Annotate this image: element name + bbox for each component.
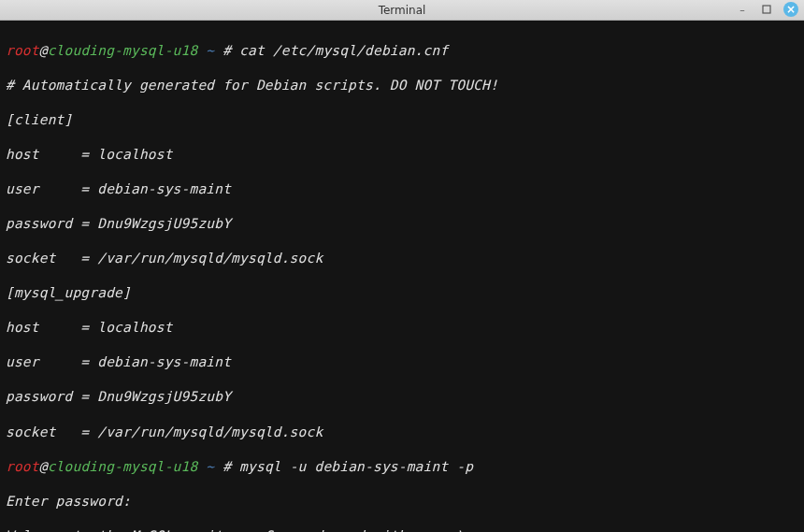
window-title: Terminal — [379, 4, 426, 17]
output-line: socket = /var/run/mysqld/mysqld.sock — [6, 424, 798, 441]
output-line: socket = /var/run/mysqld/mysqld.sock — [6, 250, 798, 267]
prompt-at: @ — [39, 43, 48, 58]
output-line: user = debian-sys-maint — [6, 353, 798, 371]
output-line: Welcome to the MySQL monitor. Commands e… — [6, 527, 798, 532]
prompt-user: root — [6, 43, 39, 58]
output-line: user = debian-sys-maint — [6, 180, 798, 198]
output-line: password = Dnu9WzgsjU95zubY — [6, 388, 798, 406]
prompt-at: @ — [39, 459, 48, 474]
window-titlebar: Terminal – × — [0, 0, 804, 21]
prompt-host: clouding-mysql-u18 — [48, 459, 198, 474]
output-line: host = localhost — [6, 319, 798, 337]
output-line: host = localhost — [6, 146, 798, 164]
window-controls: – × — [735, 2, 798, 17]
prompt-symbol: # — [223, 459, 239, 474]
close-button[interactable]: × — [783, 2, 798, 17]
minimize-button[interactable]: – — [735, 2, 750, 17]
output-line: password = Dnu9WzgsjU95zubY — [6, 215, 798, 233]
terminal-output[interactable]: root@clouding-mysql-u18 ~ # cat /etc/mys… — [0, 21, 804, 532]
command-text: cat /etc/mysql/debian.cnf — [239, 43, 448, 58]
output-line: [mysql_upgrade] — [6, 284, 798, 302]
svg-rect-0 — [763, 6, 770, 13]
output-line: # Automatically generated for Debian scr… — [6, 77, 798, 94]
output-line: Enter password: — [6, 493, 798, 510]
prompt-path: ~ — [197, 43, 223, 58]
prompt-user: root — [6, 459, 39, 474]
command-text: mysql -u debian-sys-maint -p — [239, 459, 473, 474]
prompt-line: root@clouding-mysql-u18 ~ # mysql -u deb… — [6, 458, 798, 476]
prompt-path: ~ — [197, 459, 223, 474]
prompt-host: clouding-mysql-u18 — [48, 43, 198, 58]
maximize-button[interactable] — [759, 2, 774, 17]
prompt-symbol: # — [223, 43, 239, 58]
prompt-line: root@clouding-mysql-u18 ~ # cat /etc/mys… — [6, 42, 798, 60]
output-line: [client] — [6, 111, 798, 129]
